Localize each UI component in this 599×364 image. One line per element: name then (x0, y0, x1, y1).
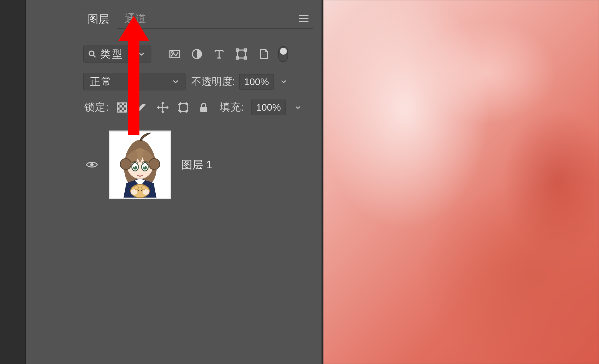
tab-channels-label: 通道 (125, 11, 146, 26)
filter-adjustment-icon[interactable] (191, 48, 203, 60)
svg-rect-13 (120, 105, 122, 107)
search-icon (88, 50, 96, 58)
filter-type-label: 类型 (100, 47, 124, 61)
svg-point-41 (143, 166, 145, 167)
blend-mode-label: 正常 (90, 75, 113, 89)
panel-menu-icon[interactable] (299, 15, 308, 22)
filter-pixel-icon[interactable] (168, 48, 181, 60)
svg-point-35 (149, 159, 160, 170)
background-image-area (322, 0, 599, 364)
svg-rect-21 (179, 104, 187, 111)
panel-tab-bar: 图层 通道 (80, 9, 313, 29)
layer-thumbnail[interactable] (109, 131, 171, 199)
chevron-down-icon (172, 80, 179, 84)
filter-toggle-switch[interactable] (278, 46, 288, 62)
tab-layers[interactable]: 图层 (80, 9, 117, 29)
svg-line-1 (93, 55, 96, 57)
fill-value-input[interactable]: 100% (251, 100, 286, 115)
svg-point-0 (89, 51, 94, 56)
svg-point-43 (134, 185, 138, 190)
blend-mode-dropdown[interactable]: 正常 (83, 73, 186, 90)
opacity-value-input[interactable]: 100% (239, 74, 274, 90)
opacity-label[interactable]: 不透明度: (191, 75, 235, 89)
lock-fill-row: 锁定: 填充: (80, 100, 313, 115)
svg-point-48 (141, 190, 142, 191)
svg-point-3 (172, 51, 173, 53)
svg-point-45 (131, 189, 137, 195)
layer-list: 图层 1 (80, 128, 313, 201)
lock-icon-group (116, 101, 210, 114)
svg-rect-11 (117, 103, 120, 105)
svg-rect-30 (200, 107, 207, 112)
lock-artboard-icon[interactable] (177, 101, 190, 114)
layer-name-label[interactable]: 图层 1 (182, 158, 212, 172)
lock-pixels-icon[interactable] (136, 101, 149, 114)
svg-point-31 (90, 163, 94, 166)
chevron-down-icon (138, 52, 145, 56)
thumbnail-image (110, 132, 170, 198)
svg-point-38 (133, 166, 137, 169)
svg-rect-16 (122, 107, 124, 110)
lock-label: 锁定: (84, 100, 109, 114)
svg-point-44 (142, 185, 146, 190)
lock-all-icon[interactable] (197, 101, 210, 114)
svg-rect-17 (120, 110, 122, 112)
chevron-down-icon[interactable] (281, 80, 287, 84)
chevron-down-icon[interactable] (295, 106, 301, 109)
blend-opacity-row: 正常 不透明度: 100% (80, 73, 313, 90)
left-gutter (0, 0, 26, 364)
svg-rect-14 (124, 105, 126, 107)
filter-type-dropdown[interactable]: 类型 (83, 46, 151, 63)
lock-position-icon[interactable] (157, 101, 169, 114)
lock-transparency-icon[interactable] (116, 101, 128, 114)
filter-type-icon[interactable] (213, 48, 225, 60)
svg-point-39 (143, 166, 147, 169)
tab-layers-label: 图层 (88, 12, 109, 26)
filter-shape-icon[interactable] (235, 48, 248, 60)
svg-rect-15 (117, 107, 120, 110)
layer-row[interactable]: 图层 1 (82, 128, 311, 201)
svg-point-40 (133, 166, 135, 167)
svg-point-47 (138, 190, 139, 191)
tab-channels[interactable]: 通道 (117, 9, 154, 28)
filter-smartobject-icon[interactable] (257, 48, 270, 60)
svg-rect-18 (124, 110, 126, 112)
svg-rect-12 (122, 103, 124, 105)
svg-point-34 (120, 159, 131, 170)
fill-label[interactable]: 填充: (220, 100, 245, 114)
filter-icon-group (168, 48, 270, 60)
svg-point-46 (143, 189, 149, 195)
visibility-eye-icon[interactable] (85, 158, 98, 171)
layer-filter-row: 类型 (80, 46, 313, 63)
layers-panel: 图层 通道 类型 (80, 0, 313, 364)
opacity-group: 不透明度: 100% (191, 74, 287, 90)
